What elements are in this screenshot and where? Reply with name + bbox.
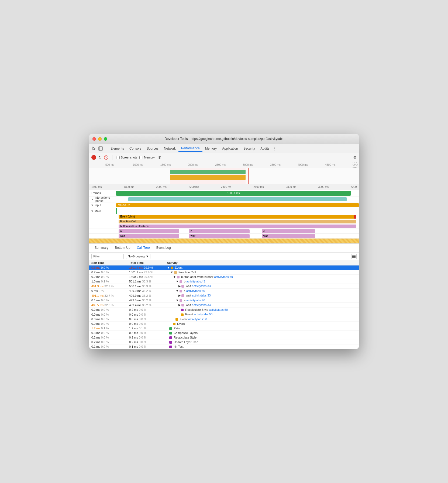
wait3-bar: wait <box>262 234 315 238</box>
table-row[interactable]: 0.0 ms 0.0 % 0.0 ms 0.0 % Event <box>89 321 359 326</box>
top-ruler: 500 ms 1000 ms 1500 ms 2000 ms 2500 ms 3… <box>89 162 359 168</box>
activity-link[interactable]: activitytabs:50 <box>194 313 213 316</box>
activity-link[interactable]: activitytabs:33 <box>192 284 211 288</box>
tab-network[interactable]: Network <box>161 146 178 151</box>
activity-link[interactable]: activitytabs:43 <box>186 280 205 283</box>
tab-security[interactable]: Security <box>241 146 258 151</box>
table-row[interactable]: 0.3 ms 0.0 % 0.3 ms 0.0 % Composite Laye… <box>89 330 359 335</box>
b-bar: b <box>189 229 250 233</box>
activity-header: Activity <box>165 260 359 265</box>
activity-link[interactable]: activitytabs:33 <box>192 303 211 306</box>
table-row[interactable]: 0.2 ms 0.0 % 0.2 ms 0.0 % Update Layer T… <box>89 340 359 344</box>
table-row[interactable]: 1.0 ms 0.1 % 501.1 ms 33.3 % ▼ b activit… <box>89 279 359 284</box>
tab-bottom-up[interactable]: Bottom-Up <box>112 244 133 252</box>
input-bar: Mouse Up <box>116 203 359 207</box>
expand-triangle[interactable]: ▼ <box>176 299 179 302</box>
filter-input[interactable] <box>91 254 124 259</box>
reload-button[interactable]: ↻ <box>98 155 102 160</box>
screenshots-checkbox-label[interactable]: Screenshots <box>116 156 137 159</box>
expand-triangle[interactable]: ▼ <box>167 266 170 269</box>
tab-call-tree[interactable]: Call Tree <box>134 244 153 252</box>
total-time-val: 499.9 ms <box>129 294 141 297</box>
table-row[interactable]: 491.3 ms 32.7 % 500.1 ms 33.3 % ▶ wait a… <box>89 284 359 289</box>
svg-rect-4 <box>170 175 246 180</box>
table-row[interactable]: 0.2 ms 0.0 % 0.2 ms 0.0 % Recalculate St… <box>89 335 359 340</box>
total-time-val: 0.0 ms <box>129 318 138 321</box>
clear-button[interactable]: 🗑 <box>158 155 162 160</box>
tab-performance[interactable]: Performance <box>178 145 202 152</box>
table-row[interactable]: 0.3 ms 0.0 % 1501.4 ms 99.9 % ▼ Event <box>89 265 359 270</box>
table-row[interactable]: 0.1 ms 0.0 % 0.1 ms 0.0 % Hit Test <box>89 344 359 349</box>
activity-link[interactable]: activitytabs:40 <box>186 299 205 302</box>
cpu-label: CPU <box>353 163 358 166</box>
panel-icon[interactable] <box>98 146 103 151</box>
table-row[interactable]: 0 ms 0 % 499.9 ms 33.2 % ▼ c activitytab… <box>89 289 359 293</box>
record-button[interactable] <box>91 155 96 160</box>
expand-triangle[interactable]: ▼ <box>173 275 176 278</box>
cursor-icon[interactable] <box>91 146 97 151</box>
activity-text: c <box>184 289 185 292</box>
stop-button[interactable]: 🚫 <box>104 155 108 160</box>
self-pct-val: 0.0 % <box>101 275 109 278</box>
activity-link[interactable]: activitytabs:50 <box>188 318 207 321</box>
memory-checkbox-label[interactable]: Memory <box>139 156 155 159</box>
activity-no-expand <box>178 308 180 311</box>
memory-checkbox[interactable] <box>139 156 143 159</box>
tab-sources[interactable]: Sources <box>144 146 161 151</box>
screenshots-checkbox[interactable] <box>116 156 120 159</box>
table-row[interactable]: 489.5 ms 32.6 % 499.4 ms 33.2 % ▶ wait a… <box>89 303 359 308</box>
tab-summary[interactable]: Summary <box>91 244 112 252</box>
activity-color <box>173 323 175 325</box>
table-row[interactable]: 491.1 ms 32.7 % 499.9 ms 33.2 % ▶ wait a… <box>89 293 359 298</box>
table-header: Self Time Total Time Activity <box>89 260 359 265</box>
expand-triangle[interactable]: ▶ <box>178 303 181 306</box>
expand-triangle[interactable]: ▶ <box>178 284 181 288</box>
table-row[interactable]: 0.2 ms 0.0 % 1500.9 ms 99.8 % ▼ button.a… <box>89 274 359 279</box>
activity-link[interactable]: activitytabs:46 <box>186 289 205 292</box>
title-bar: Developer Tools - https://googlechrome.g… <box>89 134 359 144</box>
toolbar-divider-2 <box>112 155 112 160</box>
table-row[interactable]: 0.0 ms 0.0 % 0.0 ms 0.0 % Event activity… <box>89 312 359 317</box>
expand-triangle[interactable]: ▶ <box>178 294 181 297</box>
activity-text: a <box>184 299 185 302</box>
self-pct-val: 0.0 % <box>101 336 109 339</box>
self-pct-val: 0.0 % <box>101 345 109 348</box>
grouping-select[interactable]: No Grouping ▼ <box>126 254 150 259</box>
activity-no-expand <box>178 313 180 316</box>
tab-application[interactable]: Application <box>219 146 241 151</box>
self-pct-val: 0.0 % <box>101 313 109 316</box>
addeventlistener-bar: button.addEventListener <box>119 225 356 228</box>
timeline-area: 500 ms 1000 ms 1500 ms 2000 ms 2500 ms 3… <box>89 162 359 244</box>
maximize-button[interactable] <box>104 137 107 141</box>
self-pct-val: 0.0 % <box>101 322 109 325</box>
tab-audits[interactable]: Audits <box>258 146 272 151</box>
table-row[interactable]: 0.0 ms 0.0 % 0.0 ms 0.0 % Event activity… <box>89 317 359 321</box>
input-label: ▼ Input <box>89 203 116 207</box>
total-pct-val: 0.0 % <box>139 308 146 311</box>
more-tabs-icon[interactable]: ⋮ <box>272 146 277 151</box>
activity-link[interactable]: activitytabs:33 <box>192 294 211 297</box>
activity-text: Event <box>185 313 193 316</box>
tab-console[interactable]: Console <box>127 146 144 151</box>
tab-event-log[interactable]: Event Log <box>153 244 174 252</box>
activity-link[interactable]: activitytabs:50 <box>209 308 228 311</box>
expand-triangle[interactable]: ▼ <box>176 289 179 292</box>
close-button[interactable] <box>92 137 96 141</box>
table-row[interactable]: 1.2 ms 0.1 % 1.2 ms 0.1 % Paint <box>89 326 359 330</box>
total-time-val: 499.4 ms <box>129 303 141 307</box>
expand-triangle[interactable]: ▼ <box>170 271 173 274</box>
tab-elements[interactable]: Elements <box>108 146 127 151</box>
table-row[interactable]: 0.2 ms 0.0 % 0.2 ms 0.0 % Recalculate St… <box>89 308 359 312</box>
svg-rect-8 <box>352 257 356 258</box>
total-pct-val: 0.0 % <box>139 318 146 321</box>
settings-button[interactable]: ⚙ <box>353 155 357 160</box>
heavy-stack-icon[interactable] <box>351 254 357 259</box>
minimize-button[interactable] <box>98 137 102 141</box>
activity-text: Update Layer Tree <box>174 340 198 344</box>
activity-link[interactable]: activitytabs:49 <box>214 275 233 278</box>
table-row[interactable]: 0.1 ms 0.0 % 499.5 ms 33.2 % ▼ a activit… <box>89 298 359 303</box>
table-row[interactable]: 0.2 ms 0.0 % 1501.1 ms 99.9 % ▼ Function… <box>89 270 359 274</box>
expand-triangle[interactable]: ▼ <box>176 280 179 283</box>
activity-color <box>181 309 184 311</box>
tab-memory[interactable]: Memory <box>202 146 219 151</box>
